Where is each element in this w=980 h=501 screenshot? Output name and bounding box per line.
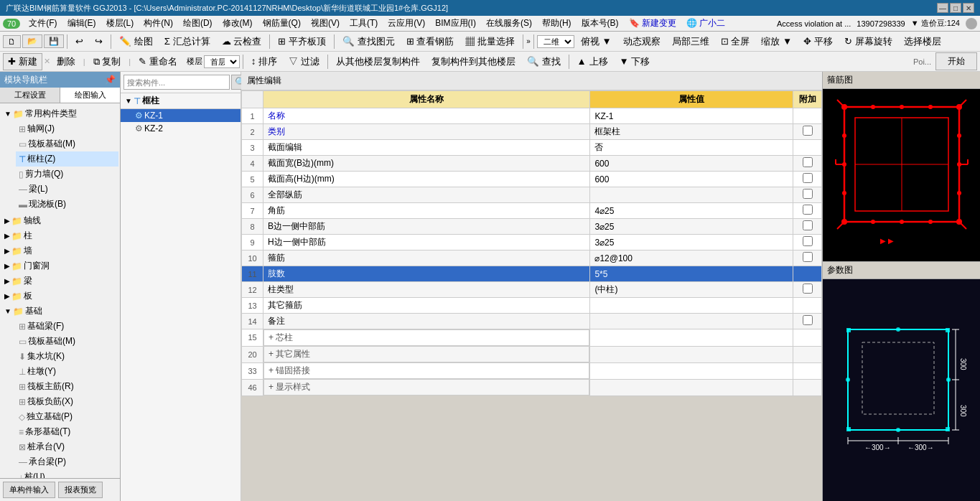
table-row[interactable]: 6全部纵筋 <box>242 187 822 203</box>
tree-item-column-main[interactable]: ▶ 📁 柱 <box>1 228 118 243</box>
tree-item-beam-main[interactable]: ▶ 📁 梁 <box>1 273 118 289</box>
prop-checkbox[interactable] <box>803 189 813 199</box>
view-mode-select[interactable]: 二维 三维 <box>537 35 574 48</box>
prop-value-cell[interactable]: (中柱) <box>590 282 793 298</box>
menu-modify[interactable]: 修改(M) <box>218 16 257 31</box>
prop-value-cell[interactable] <box>590 187 793 203</box>
prop-value-cell[interactable]: 600 <box>590 156 793 172</box>
ortho-view-button[interactable]: 俯视 ▼ <box>576 33 617 50</box>
copy-from-floor-button[interactable]: 从其他楼层复制构件 <box>331 53 425 70</box>
tab-project-settings[interactable]: 工程设置 <box>0 88 60 103</box>
copy-component-button[interactable]: ⧉ 复制 <box>88 53 126 70</box>
prop-value-cell[interactable] <box>590 314 793 329</box>
prop-value-cell[interactable]: 3⌀25 <box>590 219 793 235</box>
tree-item-slab[interactable]: ▬ 现浇板(B) <box>16 197 118 212</box>
screen-rotate-button[interactable]: ↻ 屏幕旋转 <box>839 33 897 50</box>
menu-component[interactable]: 构件(N) <box>139 16 177 31</box>
prop-checkbox[interactable] <box>803 315 813 325</box>
prop-checkbox[interactable] <box>803 236 813 246</box>
tree-item-pile-cap[interactable]: ⊠ 桩承台(V) <box>16 439 118 454</box>
rename-component-button[interactable]: ✎ 重命名 <box>134 53 182 70</box>
tree-item-beam[interactable]: — 梁(L) <box>16 182 118 197</box>
prop-extra-cell[interactable] <box>793 282 822 298</box>
prop-checkbox[interactable] <box>803 220 813 230</box>
prop-value-cell[interactable]: ⌀12@100 <box>590 250 793 266</box>
prop-checkbox[interactable] <box>803 252 813 262</box>
batch-select-button[interactable]: ▦ 批量选择 <box>460 33 520 50</box>
prop-checkbox[interactable] <box>803 173 813 183</box>
toolbar-new-file[interactable]: 🗋 <box>3 35 21 48</box>
table-row[interactable]: 4截面宽(B边)(mm)600 <box>242 156 822 172</box>
menu-file[interactable]: 文件(F) <box>24 16 61 31</box>
menu-version[interactable]: 版本号(B) <box>577 16 623 31</box>
select-floor-button[interactable]: 选择楼层 <box>899 33 946 50</box>
sort-button[interactable]: ↕ 排序 <box>246 53 282 70</box>
tree-item-found-beam[interactable]: ⊞ 基础梁(F) <box>16 319 118 334</box>
new-change-button[interactable]: 🔖 新建变更 <box>625 16 681 31</box>
tree-item-door-window[interactable]: ▶ 📁 门窗洞 <box>1 258 118 273</box>
view-rebar-button[interactable]: ⊞ 查看钢筋 <box>401 33 459 50</box>
prop-extra-cell[interactable] <box>793 187 822 203</box>
tree-item-slab-main[interactable]: ▶ 📁 板 <box>1 289 118 304</box>
new-component-button[interactable]: ✚ 新建 <box>3 53 42 70</box>
prop-extra-cell[interactable] <box>793 172 822 187</box>
table-row[interactable]: 46+ 显示样式 <box>242 379 822 395</box>
table-row[interactable]: 33+ 锚固搭接 <box>242 362 822 379</box>
comp-item-kz1[interactable]: ⚙ KZ-1 <box>121 109 241 122</box>
brand-label[interactable]: 🌐 广小二 <box>682 16 729 31</box>
prop-value-cell[interactable] <box>590 362 793 379</box>
comp-category-header[interactable]: ▼ ⊤ 框柱 <box>121 93 241 109</box>
prop-extra-cell[interactable] <box>793 235 822 250</box>
tab-draw-input[interactable]: 绘图输入 <box>60 88 120 103</box>
menu-tools[interactable]: 工具(T) <box>345 16 382 31</box>
table-row[interactable]: 20+ 其它属性 <box>242 346 822 362</box>
menu-help[interactable]: 帮助(H) <box>538 16 576 31</box>
tree-item-strip-found[interactable]: ≡ 条形基础(T) <box>16 424 118 439</box>
start-button[interactable]: 开始 <box>935 52 977 70</box>
prop-extra-cell[interactable] <box>793 156 822 172</box>
tree-item-raft[interactable]: ▭ 筏板基础(M) <box>16 136 118 151</box>
prop-value-cell[interactable]: 5*5 <box>590 266 793 282</box>
prop-value-cell[interactable]: 4⌀25 <box>590 203 793 219</box>
fullscreen-button[interactable]: ⊡ 全屏 <box>716 33 755 50</box>
zoom-button[interactable]: 缩放 ▼ <box>756 33 797 50</box>
table-row[interactable]: 11肢数5*5 <box>242 266 822 282</box>
prop-value-cell[interactable]: 600 <box>590 172 793 187</box>
tree-item-raft-neg-rebar[interactable]: ⊞ 筏板负筋(X) <box>16 394 118 409</box>
level-slab-button[interactable]: ⊞ 平齐板顶 <box>273 33 331 50</box>
prop-value-cell[interactable]: KZ-1 <box>590 108 793 124</box>
table-row[interactable]: 14备注 <box>242 314 822 329</box>
tree-item-axis[interactable]: ⊞ 轴网(J) <box>16 121 118 136</box>
table-row[interactable]: 8B边一侧中部筋3⌀25 <box>242 219 822 235</box>
menu-draw[interactable]: 绘图(D) <box>179 16 217 31</box>
prop-value-cell[interactable] <box>590 379 793 395</box>
prop-extra-cell[interactable] <box>793 314 822 329</box>
prop-value-cell[interactable]: 框架柱 <box>590 124 793 140</box>
tree-item-sump[interactable]: ⬇ 集水坑(K) <box>16 349 118 364</box>
tree-item-foundation-main[interactable]: ▼ 📁 基础 <box>1 304 118 319</box>
table-row[interactable]: 1名称KZ-1 <box>242 108 822 124</box>
tree-item-independent-found[interactable]: ◇ 独立基础(P) <box>16 409 118 424</box>
up-button[interactable]: ▲ 上移 <box>572 53 613 70</box>
find-button[interactable]: 🔍 查找 <box>522 53 566 70</box>
cloud-check-button[interactable]: ☁ 云检查 <box>217 33 267 50</box>
find-elem-button[interactable]: 🔍 查找图元 <box>337 33 400 50</box>
prop-extra-cell[interactable] <box>793 250 822 266</box>
undo-button[interactable]: ↩ <box>70 34 88 49</box>
prop-checkbox[interactable] <box>803 157 813 167</box>
filter-button[interactable]: ▽ 过滤 <box>284 53 325 70</box>
menu-edit[interactable]: 编辑(E) <box>63 16 101 31</box>
menu-bim[interactable]: BIM应用(I) <box>431 16 480 31</box>
table-row[interactable]: 5截面高(H边)(mm)600 <box>242 172 822 187</box>
prop-checkbox[interactable] <box>803 284 813 294</box>
prop-value-cell[interactable] <box>590 329 793 347</box>
report-preview-button[interactable]: 报表预览 <box>58 482 103 498</box>
tree-item-axis-main[interactable]: ▶ 📁 轴线 <box>1 213 118 228</box>
prop-value-cell[interactable]: 3⌀25 <box>590 235 793 250</box>
table-row[interactable]: 3截面编辑否 <box>242 140 822 156</box>
table-row[interactable]: 9H边一侧中部筋3⌀25 <box>242 235 822 250</box>
redo-button[interactable]: ↪ <box>90 34 108 49</box>
down-button[interactable]: ▼ 下移 <box>615 53 655 70</box>
single-component-input-button[interactable]: 单构件输入 <box>3 482 55 498</box>
table-row[interactable]: 12柱类型(中柱) <box>242 282 822 298</box>
